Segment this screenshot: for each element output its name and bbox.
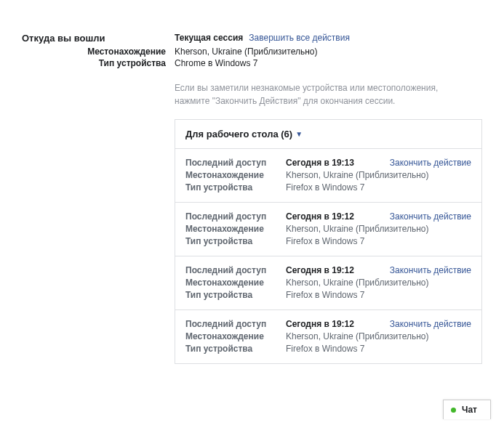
current-location-label: Местонахождение xyxy=(22,46,175,57)
last-access-label: Последний доступ xyxy=(185,211,286,222)
device-label: Тип устройства xyxy=(185,182,286,193)
session-item: Последний доступ Сегодня в 19:12 Закончи… xyxy=(175,309,481,363)
end-session-link[interactable]: Закончить действие xyxy=(390,265,471,275)
panel-header-desktop[interactable]: Для рабочего стола (6) ▼ xyxy=(175,120,481,148)
current-device-value: Chrome в Windows 7 xyxy=(175,58,257,68)
end-session-link[interactable]: Закончить действие xyxy=(390,211,471,222)
end-all-sessions-link[interactable]: Завершить все действия xyxy=(249,33,350,43)
last-access-value: Сегодня в 19:12 xyxy=(286,265,354,275)
chat-label: Чат xyxy=(462,405,477,415)
device-value: Firefox в Windows 7 xyxy=(286,182,471,193)
location-label: Местонахождение xyxy=(185,331,286,341)
last-access-value: Сегодня в 19:12 xyxy=(286,211,354,222)
session-item: Последний доступ Сегодня в 19:12 Закончи… xyxy=(175,256,481,309)
end-session-link[interactable]: Закончить действие xyxy=(390,319,471,329)
security-notice: Если вы заметили незнакомые устройства и… xyxy=(175,81,473,108)
last-access-label: Последний доступ xyxy=(185,265,286,275)
online-status-icon xyxy=(451,408,456,413)
location-value: Kherson, Ukraine (Приблизительно) xyxy=(286,170,471,180)
last-access-label: Последний доступ xyxy=(185,158,286,168)
device-label: Тип устройства xyxy=(185,290,286,300)
device-value: Firefox в Windows 7 xyxy=(286,236,471,246)
last-access-label: Последний доступ xyxy=(185,319,286,329)
location-value: Kherson, Ukraine (Приблизительно) xyxy=(286,331,471,341)
session-item: Последний доступ Сегодня в 19:12 Закончи… xyxy=(175,202,481,256)
current-session-label: Текущая сессия xyxy=(175,33,243,43)
current-location-value: Kherson, Ukraine (Приблизительно) xyxy=(175,46,317,57)
device-value: Firefox в Windows 7 xyxy=(286,344,471,354)
location-label: Местонахождение xyxy=(185,170,286,180)
panel-title: Для рабочего стола (6) xyxy=(185,129,292,139)
sessions-panel: Для рабочего стола (6) ▼ Последний досту… xyxy=(175,119,482,364)
location-value: Kherson, Ukraine (Приблизительно) xyxy=(286,224,471,234)
location-value: Kherson, Ukraine (Приблизительно) xyxy=(286,278,471,288)
location-label: Местонахождение xyxy=(185,278,286,288)
device-label: Тип устройства xyxy=(185,236,286,246)
device-label: Тип устройства xyxy=(185,344,286,354)
end-session-link[interactable]: Закончить действие xyxy=(390,158,471,168)
section-title: Откуда вы вошли xyxy=(22,33,175,44)
location-label: Местонахождение xyxy=(185,224,286,234)
chevron-down-icon: ▼ xyxy=(295,130,303,138)
last-access-value: Сегодня в 19:12 xyxy=(286,319,354,329)
session-item: Последний доступ Сегодня в 19:13 Закончи… xyxy=(175,148,481,202)
last-access-value: Сегодня в 19:13 xyxy=(286,158,354,168)
current-device-label: Тип устройства xyxy=(22,58,175,68)
device-value: Firefox в Windows 7 xyxy=(286,290,471,300)
chat-widget[interactable]: Чат xyxy=(443,400,491,419)
